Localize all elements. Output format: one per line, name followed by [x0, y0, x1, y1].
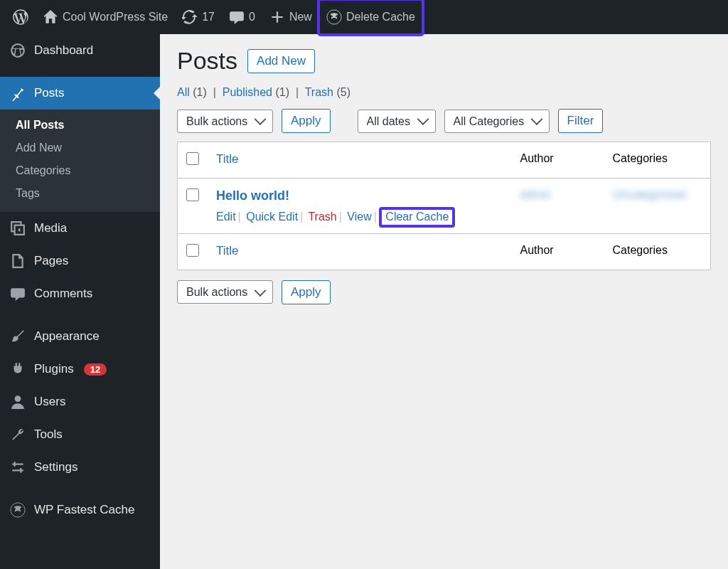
submenu-all-posts[interactable]: All Posts — [0, 114, 160, 137]
row-action-edit[interactable]: Edit — [216, 211, 236, 223]
row-action-clear-cache[interactable]: Clear Cache — [385, 211, 449, 223]
table-row: Hello world! Edit| Quick Edit| Trash| Vi… — [178, 179, 711, 234]
sidebar-item-label: Appearance — [34, 329, 100, 344]
sidebar-item-label: Users — [34, 395, 65, 409]
select-all-checkbox-footer[interactable] — [186, 244, 199, 257]
post-status-views: All (1) | Published (1) | Trash (5) — [177, 86, 711, 99]
view-all-link[interactable]: All — [177, 86, 190, 98]
comment-icon — [229, 9, 245, 25]
page-icon — [10, 253, 26, 269]
view-trash-count: (5) — [336, 86, 350, 98]
update-icon — [182, 9, 198, 25]
submenu-tags[interactable]: Tags — [0, 182, 160, 205]
post-title-link[interactable]: Hello world! — [216, 188, 289, 203]
sidebar-item-tools[interactable]: Tools — [0, 418, 160, 451]
submenu-categories[interactable]: Categories — [0, 159, 160, 182]
new-content-menu[interactable]: New — [262, 0, 319, 34]
sidebar-item-settings[interactable]: Settings — [0, 451, 160, 484]
sidebar-item-plugins[interactable]: Plugins 12 — [0, 353, 160, 385]
wrench-icon — [10, 427, 26, 442]
row-actions: Edit| Quick Edit| Trash| View| Clear Cac… — [216, 211, 503, 223]
row-action-view[interactable]: View — [347, 211, 371, 223]
bulk-actions-select-bottom[interactable]: Bulk actions — [177, 280, 273, 304]
add-new-button[interactable]: Add New — [247, 49, 315, 73]
category-filter-select[interactable]: All Categories — [444, 110, 550, 133]
table-header-row: Title Author Categories — [178, 142, 711, 179]
delete-cache-menu[interactable]: Delete Cache — [319, 0, 422, 34]
home-icon — [43, 9, 58, 25]
comments-menu[interactable]: 0 — [222, 0, 262, 34]
comments-count: 0 — [249, 11, 255, 23]
row-action-quick-edit[interactable]: Quick Edit — [246, 211, 298, 223]
site-name-label: Cool WordPress Site — [63, 11, 168, 23]
row-action-trash[interactable]: Trash — [308, 211, 336, 223]
cheetah-icon — [10, 502, 26, 518]
sidebar-item-label: Posts — [34, 86, 65, 100]
svg-point-2 — [336, 16, 337, 17]
row-checkbox[interactable] — [186, 188, 199, 201]
table-footer-row: Title Author Categories — [178, 234, 711, 270]
dashboard-icon — [10, 43, 26, 58]
date-filter-select[interactable]: All dates — [358, 110, 436, 133]
column-categories-footer: Categories — [604, 234, 711, 270]
page-heading: Posts Add New — [177, 47, 711, 75]
new-label: New — [289, 11, 312, 23]
sidebar-item-label: Settings — [34, 460, 77, 474]
menu-separator — [0, 484, 160, 494]
sidebar-item-label: WP Fastest Cache — [34, 503, 134, 517]
content-area: Posts Add New All (1) | Published (1) | … — [160, 34, 728, 569]
sidebar-item-label: Dashboard — [34, 43, 93, 58]
pin-icon — [10, 85, 26, 101]
updates-menu[interactable]: 17 — [175, 0, 222, 34]
author-cell-blurred: admin — [520, 188, 552, 201]
sidebar-item-appearance[interactable]: Appearance — [0, 320, 160, 353]
site-name-menu[interactable]: Cool WordPress Site — [36, 0, 175, 34]
categories-cell-blurred: Uncategorized — [613, 188, 686, 201]
column-categories: Categories — [604, 142, 711, 179]
wordpress-logo-icon — [13, 9, 28, 25]
comment-icon — [10, 286, 26, 302]
view-trash-link[interactable]: Trash — [305, 86, 333, 98]
cheetah-icon — [326, 9, 342, 25]
svg-point-3 — [15, 395, 21, 402]
view-all-count: (1) — [193, 86, 207, 98]
column-author-footer: Author — [512, 234, 604, 270]
filter-button[interactable]: Filter — [558, 109, 604, 133]
sidebar-item-users[interactable]: Users — [0, 385, 160, 418]
clear-cache-highlight: Clear Cache — [379, 207, 455, 228]
apply-bulk-button[interactable]: Apply — [282, 109, 331, 133]
view-published-count: (1) — [275, 86, 289, 98]
bulk-actions-select[interactable]: Bulk actions — [177, 110, 273, 133]
view-published-link[interactable]: Published — [223, 86, 272, 98]
apply-bulk-button-bottom[interactable]: Apply — [282, 280, 331, 304]
tablenav-bottom: Bulk actions Apply — [177, 280, 711, 304]
sidebar-item-label: Pages — [34, 254, 68, 268]
tablenav-top: Bulk actions Apply All dates All Categor… — [177, 109, 711, 133]
sidebar-item-label: Media — [34, 221, 67, 235]
updates-count: 17 — [202, 11, 215, 23]
plugins-update-badge: 12 — [84, 363, 107, 376]
plug-icon — [10, 361, 26, 377]
column-author: Author — [512, 142, 604, 179]
menu-separator — [0, 67, 160, 77]
column-title-footer[interactable]: Title — [208, 234, 512, 270]
plus-icon — [269, 9, 285, 25]
submenu-add-new[interactable]: Add New — [0, 137, 160, 159]
sidebar-item-pages[interactable]: Pages — [0, 245, 160, 277]
svg-point-1 — [331, 16, 333, 17]
column-title[interactable]: Title — [208, 142, 512, 179]
sidebar-item-label: Plugins — [34, 362, 74, 376]
menu-separator — [0, 310, 160, 320]
sidebar-item-wp-fastest-cache[interactable]: WP Fastest Cache — [0, 494, 160, 526]
wp-logo-menu[interactable] — [6, 0, 36, 34]
brush-icon — [10, 329, 26, 344]
select-all-checkbox[interactable] — [186, 152, 199, 165]
sidebar-item-label: Comments — [34, 287, 92, 301]
sidebar-item-posts[interactable]: Posts — [0, 77, 160, 110]
sidebar-item-comments[interactable]: Comments — [0, 277, 160, 310]
sidebar-item-media[interactable]: Media — [0, 212, 160, 245]
sidebar-item-dashboard[interactable]: Dashboard — [0, 34, 160, 67]
page-title: Posts — [177, 47, 237, 75]
sliders-icon — [10, 459, 26, 475]
media-icon — [10, 220, 26, 236]
